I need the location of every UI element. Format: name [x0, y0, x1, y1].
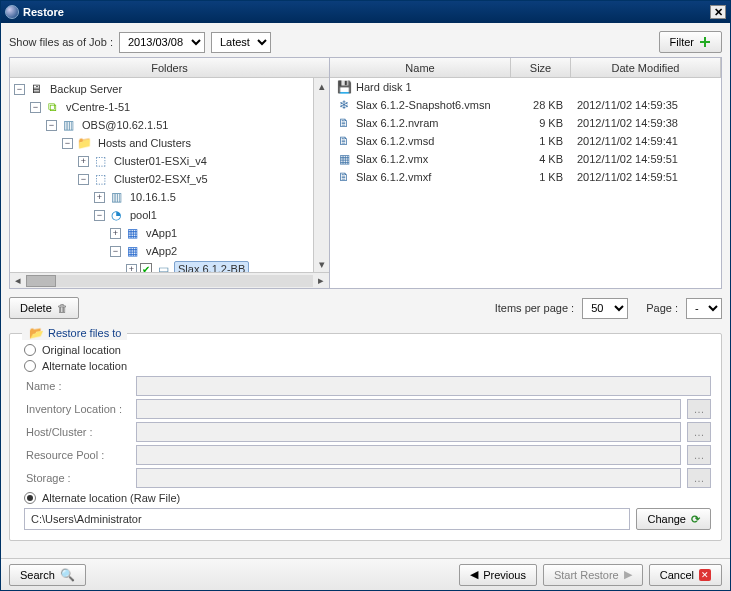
- restore-window: Restore ✕ Show files as of Job : 2013/03…: [0, 0, 731, 591]
- cluster-icon: ⬚: [92, 172, 108, 186]
- split-pane: Folders − 🖥 Backup Server: [9, 57, 722, 289]
- col-date[interactable]: Date Modified: [571, 58, 721, 77]
- file-size: 1 KB: [511, 171, 571, 183]
- tree-node-pool1[interactable]: − ◔ pool1: [94, 206, 313, 224]
- collapse-icon[interactable]: −: [78, 174, 89, 185]
- restore-legend: 📂 Restore files to: [22, 326, 127, 340]
- collapse-icon[interactable]: −: [30, 102, 41, 113]
- tree-node-ip[interactable]: + ▥ 10.16.1.5: [94, 188, 313, 206]
- file-date: 2012/11/02 14:59:51: [571, 153, 721, 165]
- row-host: Host/Cluster : …: [20, 422, 711, 442]
- scroll-up-icon[interactable]: ▴: [314, 78, 329, 94]
- tree-node-hosts[interactable]: − 📁 Hosts and Clusters: [62, 134, 313, 152]
- tree-hscrollbar[interactable]: ◂ ▸: [10, 272, 329, 288]
- expand-icon[interactable]: +: [126, 264, 137, 273]
- page-label: Page :: [646, 302, 678, 314]
- file-name: Slax 6.1.2.nvram: [356, 117, 439, 129]
- tree-node-cluster2[interactable]: − ⬚ Cluster02-ESXf_v5: [78, 170, 313, 188]
- pool-browse-button: …: [687, 445, 711, 465]
- collapse-icon[interactable]: −: [110, 246, 121, 257]
- app-icon: [5, 5, 19, 19]
- arrow-left-icon: ◀: [470, 568, 478, 581]
- radio-icon[interactable]: [24, 344, 36, 356]
- search-button[interactable]: Search 🔍: [9, 564, 86, 586]
- filter-button[interactable]: Filter: [659, 31, 722, 53]
- radio-alternate[interactable]: Alternate location: [24, 360, 711, 372]
- vcenter-icon: ⧉: [44, 100, 60, 114]
- job-latest-select[interactable]: Latest: [211, 32, 271, 53]
- row-pool: Resource Pool : …: [20, 445, 711, 465]
- file-row[interactable]: ❄Slax 6.1.2-Snapshot6.vmsn28 KB2012/11/0…: [330, 96, 721, 114]
- folders-tree[interactable]: − 🖥 Backup Server − ⧉ v: [10, 78, 313, 272]
- file-row[interactable]: 🗎Slax 6.1.2.vmsd1 KB2012/11/02 14:59:41: [330, 132, 721, 150]
- storage-browse-button: …: [687, 468, 711, 488]
- previous-button[interactable]: ◀ Previous: [459, 564, 537, 586]
- mid-toolbar: Delete 🗑 Items per page : 50 Page : -: [9, 293, 722, 323]
- delete-button[interactable]: Delete 🗑: [9, 297, 79, 319]
- raw-path-row: C:\Users\Administrator Change ⟳: [20, 508, 711, 530]
- file-name: Slax 6.1.2.vmx: [356, 153, 428, 165]
- expand-icon[interactable]: +: [94, 192, 105, 203]
- cluster-icon: ⬚: [92, 154, 108, 168]
- radio-original[interactable]: Original location: [24, 344, 711, 356]
- collapse-icon[interactable]: −: [46, 120, 57, 131]
- titlebar: Restore ✕: [1, 1, 730, 23]
- file-row[interactable]: 🗎Slax 6.1.2.nvram9 KB2012/11/02 14:59:38: [330, 114, 721, 132]
- file-icon: ▦: [336, 152, 352, 166]
- host-icon: ▥: [60, 118, 76, 132]
- cancel-button[interactable]: Cancel ✕: [649, 564, 722, 586]
- expand-icon[interactable]: +: [110, 228, 121, 239]
- collapse-icon[interactable]: −: [62, 138, 73, 149]
- collapse-icon[interactable]: −: [94, 210, 105, 221]
- start-restore-button[interactable]: Start Restore ▶: [543, 564, 643, 586]
- file-group-row[interactable]: 💾 Hard disk 1: [330, 78, 721, 96]
- file-date: 2012/11/02 14:59:38: [571, 117, 721, 129]
- scroll-down-icon[interactable]: ▾: [314, 256, 329, 272]
- radio-raw[interactable]: Alternate location (Raw File): [24, 492, 711, 504]
- file-row[interactable]: 🗎Slax 6.1.2.vmxf1 KB2012/11/02 14:59:51: [330, 168, 721, 186]
- vm-icon: ▭: [155, 262, 171, 272]
- cancel-icon: ✕: [699, 569, 711, 581]
- file-size: 28 KB: [511, 99, 571, 111]
- pool-input: [136, 445, 681, 465]
- expand-icon[interactable]: +: [78, 156, 89, 167]
- items-per-page-label: Items per page :: [495, 302, 575, 314]
- close-button[interactable]: ✕: [710, 5, 726, 19]
- items-per-page-select[interactable]: 50: [582, 298, 628, 319]
- radio-icon[interactable]: [24, 360, 36, 372]
- change-button[interactable]: Change ⟳: [636, 508, 711, 530]
- file-date: 2012/11/02 14:59:41: [571, 135, 721, 147]
- restore-fieldset: 📂 Restore files to Original location Alt…: [9, 333, 722, 541]
- page-select[interactable]: -: [686, 298, 722, 319]
- col-size[interactable]: Size: [511, 58, 571, 77]
- tree-node-vcentre[interactable]: − ⧉ vCentre-1-51: [30, 98, 313, 116]
- file-size: 4 KB: [511, 153, 571, 165]
- window-title: Restore: [23, 6, 64, 18]
- scroll-left-icon[interactable]: ◂: [10, 274, 26, 287]
- storage-input: [136, 468, 681, 488]
- radio-icon-selected[interactable]: [24, 492, 36, 504]
- host-input: [136, 422, 681, 442]
- col-name[interactable]: Name: [330, 58, 511, 77]
- scroll-right-icon[interactable]: ▸: [313, 274, 329, 287]
- tree-node-backup-server[interactable]: − 🖥 Backup Server: [14, 80, 313, 98]
- tree-node-cluster1[interactable]: + ⬚ Cluster01-ESXi_v4: [78, 152, 313, 170]
- files-list[interactable]: 💾 Hard disk 1 ❄Slax 6.1.2-Snapshot6.vmsn…: [330, 78, 721, 288]
- tree-node-obs[interactable]: − ▥ OBS@10.62.1.51: [46, 116, 313, 134]
- scroll-thumb[interactable]: [26, 275, 56, 287]
- tree-node-slax[interactable]: + ✔ ▭ Slax 6.1.2-BB: [126, 260, 313, 272]
- file-date: 2012/11/02 14:59:51: [571, 171, 721, 183]
- top-filter-bar: Show files as of Job : 2013/03/08 Latest…: [9, 31, 722, 53]
- job-date-select[interactable]: 2013/03/08: [119, 32, 205, 53]
- tree-node-vapp1[interactable]: + ▦ vApp1: [110, 224, 313, 242]
- file-row[interactable]: ▦Slax 6.1.2.vmx4 KB2012/11/02 14:59:51: [330, 150, 721, 168]
- inventory-browse-button: …: [687, 399, 711, 419]
- file-icon: 🗎: [336, 134, 352, 148]
- collapse-icon[interactable]: −: [14, 84, 25, 95]
- tree-vscrollbar[interactable]: ▴ ▾: [313, 78, 329, 272]
- raw-path-input[interactable]: C:\Users\Administrator: [24, 508, 630, 530]
- row-name: Name :: [20, 376, 711, 396]
- checkbox-checked-icon[interactable]: ✔: [140, 263, 152, 272]
- arrow-right-icon: ▶: [624, 568, 632, 581]
- tree-node-vapp2[interactable]: − ▦ vApp2: [110, 242, 313, 260]
